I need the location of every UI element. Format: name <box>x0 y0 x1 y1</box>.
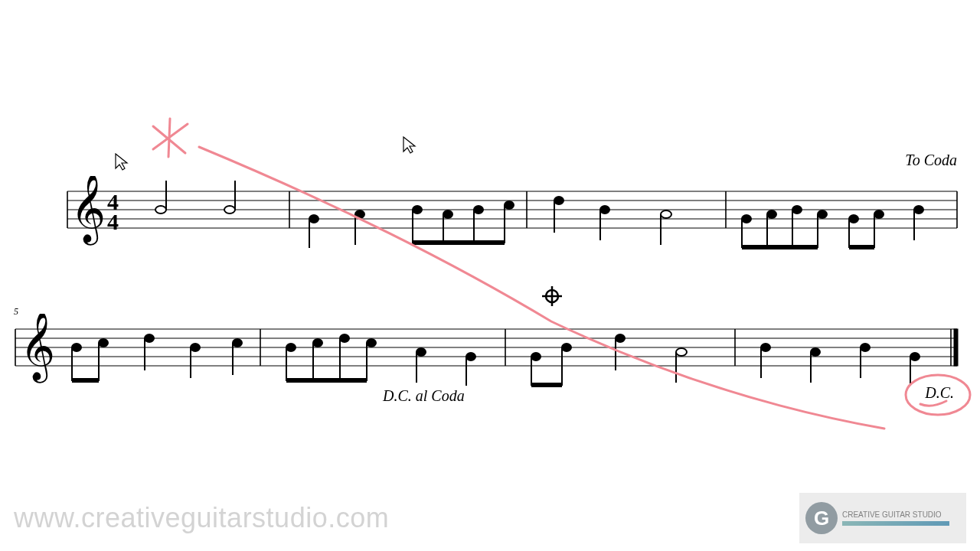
svg-point-47 <box>914 206 923 214</box>
svg-point-97 <box>861 344 870 351</box>
m8-notes <box>761 344 920 386</box>
svg-point-80 <box>416 348 426 356</box>
svg-point-29 <box>600 206 609 214</box>
svg-rect-46 <box>849 245 874 249</box>
svg-rect-64 <box>72 378 99 383</box>
svg-point-10 <box>155 206 166 214</box>
treble-clef-icon: 𝄞 <box>70 176 106 246</box>
svg-rect-41 <box>742 245 818 249</box>
cursor-icon <box>115 153 129 176</box>
svg-point-14 <box>309 215 318 223</box>
svg-rect-59 <box>954 329 958 366</box>
staff-1: 𝄞 4 4 <box>0 176 980 298</box>
svg-point-73 <box>313 339 322 347</box>
svg-line-105 <box>153 126 185 153</box>
dc-label: D.C. <box>925 384 954 402</box>
svg-point-16 <box>355 210 364 218</box>
svg-point-12 <box>224 206 235 214</box>
m5-notes <box>72 334 242 383</box>
watermark-text: www.creativeguitarstudio.com <box>14 502 389 534</box>
svg-point-84 <box>531 353 541 360</box>
svg-point-99 <box>910 353 920 360</box>
svg-point-95 <box>811 348 820 356</box>
svg-point-42 <box>849 215 858 223</box>
svg-point-67 <box>191 344 200 351</box>
m3-notes <box>554 197 671 245</box>
svg-point-24 <box>505 201 514 209</box>
svg-point-82 <box>466 353 475 360</box>
svg-point-60 <box>72 344 81 351</box>
staff-2: 𝄞 <box>0 314 980 436</box>
measure-number-5: 5 <box>14 306 18 318</box>
svg-point-31 <box>661 210 671 218</box>
svg-rect-88 <box>531 383 562 387</box>
treble-clef-icon-2: 𝄞 <box>20 314 55 383</box>
svg-point-89 <box>616 334 625 342</box>
to-coda-label: To Coda <box>905 152 957 169</box>
svg-point-77 <box>367 339 376 347</box>
svg-rect-26 <box>413 240 505 245</box>
svg-point-18 <box>413 206 422 214</box>
svg-point-75 <box>340 334 349 342</box>
sheet-music-canvas: { "labels": { "to_coda": "To Coda", "dc_… <box>0 0 980 551</box>
svg-point-35 <box>767 210 776 218</box>
svg-point-91 <box>676 348 687 356</box>
svg-point-65 <box>145 334 154 342</box>
m2-notes <box>309 201 514 248</box>
svg-point-27 <box>554 197 564 204</box>
m7-notes <box>531 334 687 387</box>
svg-line-106 <box>168 119 170 157</box>
svg-line-104 <box>153 124 188 149</box>
brand-logo: G CREATIVE GUITAR STUDIO <box>799 493 966 543</box>
coda-symbol-icon <box>541 285 564 308</box>
svg-point-86 <box>562 344 571 351</box>
svg-point-20 <box>443 210 452 218</box>
svg-point-44 <box>874 210 884 218</box>
svg-point-62 <box>99 339 108 347</box>
m6-notes <box>286 334 475 386</box>
logo-line1: CREATIVE GUITAR STUDIO <box>842 510 949 519</box>
logo-initial: G <box>805 502 838 534</box>
svg-rect-79 <box>286 378 367 383</box>
dc-al-coda-label: D.C. al Coda <box>383 387 465 405</box>
cursor-icon-2 <box>403 136 416 159</box>
time-signature-bottom: 4 <box>107 209 119 234</box>
svg-point-71 <box>286 344 296 351</box>
svg-point-39 <box>818 210 827 218</box>
svg-point-22 <box>474 206 483 214</box>
svg-point-69 <box>233 339 242 347</box>
svg-point-93 <box>761 344 770 351</box>
m1-notes <box>155 181 235 214</box>
svg-point-37 <box>792 206 802 214</box>
svg-point-33 <box>742 215 751 223</box>
